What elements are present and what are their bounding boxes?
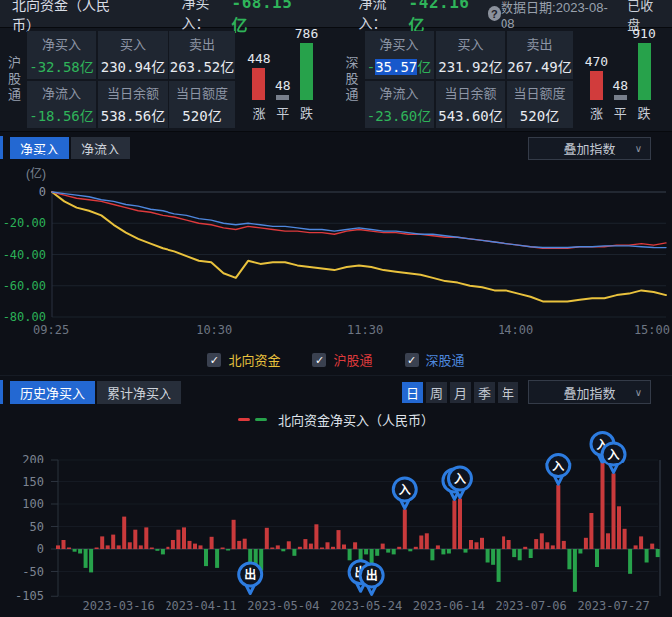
bar xyxy=(441,549,445,554)
bar xyxy=(545,542,549,549)
overlay-index-dropdown-1[interactable]: 叠加指数 ∨ xyxy=(528,137,651,160)
x-axis-date: 2023-04-11 xyxy=(165,599,236,613)
checkbox-checked-icon[interactable]: ✓ xyxy=(207,353,221,367)
bar xyxy=(204,549,208,566)
updown-label: 涨 xyxy=(252,103,265,122)
bar xyxy=(589,513,593,549)
bar xyxy=(117,545,121,549)
bar xyxy=(452,500,456,549)
connect-panels: 沪股通净买入-32.58亿买入230.94亿卖出263.52亿净流入-18.56… xyxy=(0,28,672,132)
stat-cell: 净流入-23.60亿 xyxy=(365,81,434,129)
stat-value: 230.94亿 xyxy=(101,56,166,76)
y-axis-tick: -40.00 xyxy=(3,248,46,262)
tab-net-flow[interactable]: 净流入 xyxy=(71,137,130,159)
tab-history-net-buy[interactable]: 历史净买入 xyxy=(10,381,95,404)
bar xyxy=(215,549,219,568)
bar xyxy=(337,530,341,549)
period-button-月[interactable]: 月 xyxy=(450,382,471,403)
y-axis-tick: -105 xyxy=(15,589,44,603)
line-chart-legend: ✓北向资金✓沪股通✓深股通 xyxy=(0,344,672,375)
bar xyxy=(161,549,165,554)
stat-label: 当日额度 xyxy=(176,83,228,102)
overlay-index-label: 叠加指数 xyxy=(563,383,615,402)
x-axis-date: 2023-03-16 xyxy=(83,599,155,613)
stat-value: -35.57亿 xyxy=(367,56,432,76)
y-axis-tick: -50 xyxy=(22,565,44,579)
help-icon[interactable]: ? xyxy=(488,6,501,21)
tab-cumulative-net-buy[interactable]: 累计净买入 xyxy=(97,381,181,404)
checkbox-checked-icon[interactable]: ✓ xyxy=(312,353,326,367)
bar xyxy=(78,549,82,554)
bar xyxy=(188,541,192,549)
updown-label: 跌 xyxy=(300,103,313,122)
period-button-年[interactable]: 年 xyxy=(498,382,518,403)
tab-net-buy[interactable]: 净买入 xyxy=(10,137,69,159)
stat-label: 净买入 xyxy=(379,34,418,53)
inflow-pin-marker[interactable]: 入 xyxy=(547,455,570,485)
stat-label: 买入 xyxy=(457,34,483,53)
overlay-index-label: 叠加指数 xyxy=(563,139,615,157)
intraday-header: 净买入 净流入 叠加指数 ∨ xyxy=(0,132,672,164)
bar xyxy=(144,527,148,549)
bar xyxy=(562,541,566,549)
bar xyxy=(166,547,169,549)
bar xyxy=(199,545,203,549)
stat-value: 543.60亿 xyxy=(438,105,503,125)
bar xyxy=(419,536,423,550)
stat-label: 当日额度 xyxy=(513,83,565,102)
bar xyxy=(430,549,434,560)
updown-bar xyxy=(590,71,603,100)
bar xyxy=(556,485,560,549)
legend-item-深股通[interactable]: ✓深股通 xyxy=(405,350,465,369)
bar xyxy=(171,540,175,549)
legend-item-沪股通[interactable]: ✓沪股通 xyxy=(312,350,372,369)
outflow-pin-marker[interactable]: 出 xyxy=(239,563,262,594)
overlay-index-dropdown-2[interactable]: 叠加指数 ∨ xyxy=(528,380,651,404)
updown-count: 48 xyxy=(612,78,628,93)
stat-value: -23.60亿 xyxy=(367,105,432,125)
bar xyxy=(210,537,214,549)
bar xyxy=(650,544,654,549)
updown-count: 786 xyxy=(295,26,318,41)
x-axis-date: 2023-06-14 xyxy=(413,599,485,613)
y-axis-tick: -80.00 xyxy=(3,310,46,324)
bar xyxy=(56,545,60,549)
bar xyxy=(176,530,180,549)
period-button-周[interactable]: 周 xyxy=(426,382,447,403)
period-button-日[interactable]: 日 xyxy=(402,382,423,403)
stat-value: -32.58亿 xyxy=(29,56,94,76)
svg-text:出: 出 xyxy=(244,567,256,582)
selected-text: 35.57 xyxy=(375,59,417,75)
bar xyxy=(237,541,241,549)
stat-label: 当日余额 xyxy=(107,83,159,102)
bar xyxy=(73,549,77,552)
updown-column: 910跌 xyxy=(632,26,655,122)
bar xyxy=(534,539,538,549)
history-header: 历史净买入 累计净买入 日周月季年 叠加指数 ∨ xyxy=(0,375,672,408)
bar xyxy=(634,545,638,549)
net-buy-label: 净买入： xyxy=(182,0,232,32)
stat-cell: 净流入-18.56亿 xyxy=(27,81,96,129)
period-button-季[interactable]: 季 xyxy=(474,382,495,403)
bar xyxy=(67,548,71,550)
stat-cell: 当日余额538.56亿 xyxy=(98,81,168,129)
bar xyxy=(193,544,197,549)
inflow-pin-marker[interactable]: 入 xyxy=(602,443,625,473)
bar xyxy=(386,549,390,553)
bar xyxy=(331,547,335,549)
stat-cell: 当日额度520亿 xyxy=(507,81,573,129)
stat-label: 卖出 xyxy=(526,34,552,53)
stat-cell: 卖出263.52亿 xyxy=(169,31,235,79)
bar xyxy=(612,473,616,549)
outflow-pin-marker[interactable]: 出 xyxy=(360,564,383,595)
legend-item-北向资金[interactable]: ✓北向资金 xyxy=(207,350,280,369)
panel-name-vertical: 深股通 xyxy=(338,31,365,128)
bar xyxy=(408,549,412,551)
checkbox-checked-icon[interactable]: ✓ xyxy=(405,353,419,367)
updown-column: 448涨 xyxy=(247,51,270,122)
bar xyxy=(111,535,115,549)
svg-text:入: 入 xyxy=(454,472,466,486)
bar xyxy=(436,545,440,549)
svg-text:入: 入 xyxy=(608,448,620,462)
bar xyxy=(573,549,577,592)
